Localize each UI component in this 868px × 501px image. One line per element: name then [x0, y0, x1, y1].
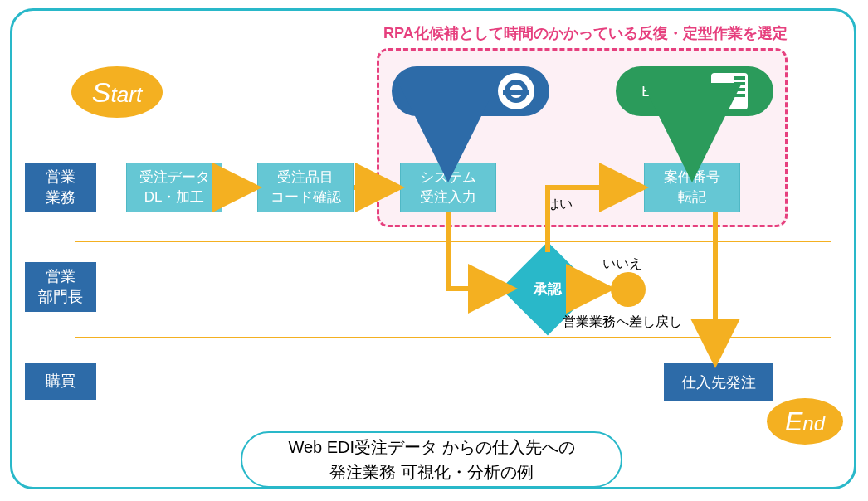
ie-icon	[498, 73, 534, 109]
browser-operation-label: ブラウザ操作	[407, 82, 491, 101]
rpa-candidate-title: RPA化候補として時間のかかっている反復・定型作業を選定	[383, 23, 848, 43]
diagram-caption: Web EDI受注データ からの仕入先への 発注業務 可視化・分析の例	[241, 431, 622, 488]
lane-divider-1	[75, 241, 831, 242]
start-node: Start	[71, 66, 163, 118]
process-supplier-order: 仕入先発注	[664, 363, 773, 401]
process-case-number-copy: 案件番号 転記	[644, 163, 740, 212]
browser-operation-pill: ブラウザ操作	[392, 66, 549, 116]
lane-purchasing: 購買	[25, 363, 96, 400]
excel-operation-label: Excel操作	[641, 82, 705, 101]
end-node: End	[767, 398, 843, 445]
caption-line-1: Web EDI受注データ からの仕入先への	[288, 435, 574, 460]
lane-divider-2	[75, 337, 831, 338]
decision-no-label: いいえ	[602, 255, 642, 273]
decision-yes-label: はい	[546, 196, 573, 213]
diagram-canvas: RPA化候補として時間のかかっている反復・定型作業を選定 Start 営業 業務…	[0, 0, 868, 501]
excel-icon: X	[711, 73, 748, 109]
caption-line-2: 発注業務 可視化・分析の例	[329, 460, 534, 484]
excel-operation-pill: Excel操作 X	[616, 66, 773, 116]
process-system-order-entry: システム 受注入力	[400, 163, 496, 212]
process-item-code-check: 受注品目 コード確認	[257, 163, 354, 212]
lane-sales-ops: 営業 業務	[25, 163, 96, 212]
reject-terminator	[611, 272, 646, 307]
lane-sales-manager: 営業 部門長	[25, 262, 96, 312]
process-order-download: 受注データ DL・加工	[126, 163, 222, 212]
reject-note: 営業業務へ差し戻し	[563, 314, 682, 331]
